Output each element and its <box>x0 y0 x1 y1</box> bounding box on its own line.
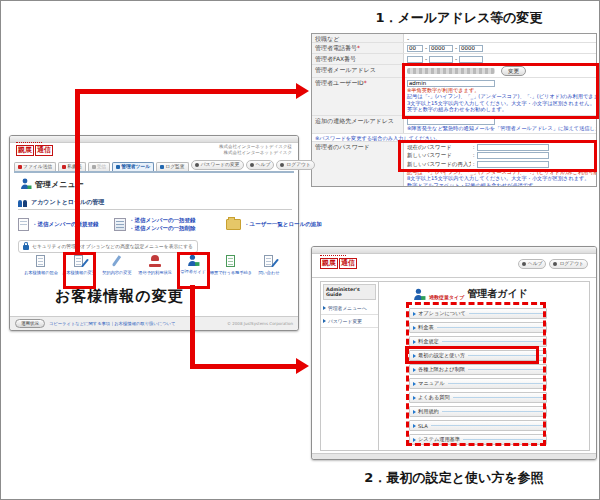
window-titlebar <box>312 247 596 254</box>
shortcut-admin-guide[interactable]: 管理者ガイド <box>174 254 212 275</box>
link-bulk-register[interactable]: ・送信メンバーの一括登録 <box>129 216 196 224</box>
current-password-label: 現在のパスワード <box>407 144 471 151</box>
sidebar-item-admin-menu[interactable]: 管理者メニューへ <box>321 302 378 315</box>
tab-admin-tools[interactable]: 管理者ツール <box>112 162 154 171</box>
password-note-3: 数字とアルファベット・記号の組み合わせが必須です。 <box>407 182 593 187</box>
phone-part2-input[interactable] <box>429 45 453 52</box>
tab-log-audit[interactable]: ログ監査 <box>156 162 188 171</box>
fax-part2-input[interactable] <box>429 56 453 63</box>
fax-part1-input[interactable] <box>407 56 423 63</box>
form-row-extra-contact: 追加の連絡先メールアドレス ※障害発生など緊急時の通知メールを「管理者メールアド… <box>312 116 596 134</box>
fax-part3-input[interactable] <box>459 56 483 63</box>
arrow2-horizontal-line <box>190 364 297 369</box>
people-icon <box>18 199 28 207</box>
form-row-position: 役職など - <box>312 34 596 43</box>
shortcut-customer-info-change[interactable]: お客様情報の変更 <box>60 254 98 275</box>
form-row-password: 管理者のパスワード 現在のパスワード： 新しいパスワード： 新しいパスワードの再… <box>312 142 596 186</box>
box-icon <box>62 165 66 169</box>
guide-sidebar-title: Administer's Guide <box>323 284 376 300</box>
gear-icon <box>116 165 120 169</box>
new-password-label: 新しいパスワード <box>407 152 471 159</box>
document-icon <box>34 254 48 268</box>
header-divider <box>312 277 596 278</box>
link-bulk-delete[interactable]: ・送信メンバーの一括削除 <box>129 224 196 232</box>
sidebar-item-password-change[interactable]: パスワード変更 <box>321 315 378 328</box>
userid-input[interactable] <box>407 80 495 87</box>
guide-item-price-rules[interactable]: 料金規定 <box>409 336 547 347</box>
password-intro-note: ※パスワードを変更する場合のみ入力してください。 <box>312 134 596 142</box>
tab-private-box[interactable]: 私書箱 <box>58 162 85 171</box>
stamp-icon <box>148 254 162 268</box>
lock-icon <box>23 245 29 250</box>
window-titlebar <box>10 136 298 143</box>
confirm-password-label: 新しいパスワードの再入力 <box>407 161 471 168</box>
guide-item-faq[interactable]: よくある質問 <box>409 392 547 403</box>
shortcut-inquiry[interactable]: 問い合わせ <box>250 254 288 275</box>
guide-item-sla[interactable]: SLA <box>409 420 547 431</box>
shortcut-usage-status[interactable]: 通信予約利用状況 <box>136 254 174 275</box>
security-settings-note[interactable]: セキュリティの管理やオプションなどの高度な設定メニューを表示にする <box>18 240 198 253</box>
fax-label: 管理者FAX番号 <box>312 54 404 64</box>
folder-icon <box>226 219 241 230</box>
change-email-button[interactable]: 変更 <box>501 66 526 76</box>
admin-person-icon <box>187 254 200 267</box>
tab-file-send[interactable]: ファイル送信 <box>14 162 56 171</box>
tab-logout[interactable]: ログアウト <box>276 160 315 170</box>
guide-help-button[interactable]: ヘルプ <box>518 259 547 269</box>
extra-contact-note: ※障害発生など緊急時の通知メールを「管理者メールアドレス」に加えて送信します。 <box>407 125 593 132</box>
operation-status-button[interactable]: 運用状況 <box>15 319 45 328</box>
form-row-fax: 管理者FAX番号 - - <box>312 54 596 65</box>
shortcut-customer-info-view[interactable]: お客様情報の照会 <box>22 254 60 275</box>
phone-label: 管理者電話番号 <box>315 44 357 51</box>
shinten-tsushin-logo: 親展通信 <box>16 145 53 156</box>
step2-caption: 2．最初の設定と使い方を参照 <box>323 469 585 487</box>
password-note-2: 8文字以上15文字以内で入力してください。大文字・小文字が区別されます。 <box>407 175 593 182</box>
new-password-input[interactable] <box>477 152 549 159</box>
guide-item-system-standards[interactable]: システム運用基準 <box>409 434 547 445</box>
arrow1-horizontal-line <box>75 89 297 94</box>
guide-item-terms[interactable]: 利用規約 <box>409 406 547 417</box>
log-icon <box>160 165 164 169</box>
company-line-2: 株式会社インターネットディスク <box>219 150 292 156</box>
quill-pen-icon <box>110 254 124 268</box>
guide-sidebar: Administer's Guide 管理者メニューへ パスワード変更 <box>321 282 379 450</box>
customer-info-change-caption: お客様情報の変更 <box>55 287 184 306</box>
logo-tagline-rule <box>16 142 42 143</box>
document-pencil-icon <box>262 254 276 268</box>
main-tabbar: ファイル送信 私書箱 受信 管理者ツール ログ監査 パスワードの変更 ヘルプ ロ… <box>14 158 294 173</box>
position-value: - <box>404 34 596 42</box>
annotated-screenshot-canvas: 1．メールアドレス等の変更 お客様情報の変更 2．最初の設定と使い方を参照 役職… <box>0 0 600 500</box>
form-row-phone: 管理者電話番号* - - <box>312 43 596 54</box>
guide-title: 管理者ガイド <box>467 287 528 301</box>
extra-contact-input[interactable] <box>407 118 495 125</box>
phone-part1-input[interactable] <box>407 45 423 52</box>
tab-receive[interactable]: 受信 <box>88 162 111 171</box>
form-row-email: 管理者メールアドレス 変更 <box>312 65 596 78</box>
shortcut-paper-procedures[interactable]: 帳票で行う各種手続き <box>212 254 250 275</box>
tab-password-change[interactable]: パスワードの変更 <box>191 160 244 170</box>
userid-note-2: 記号は「-」(ハイフン)、「_」(アンダースコア)、「.」(ピリオド)のみ利用で… <box>407 93 593 100</box>
guide-item-price-table[interactable]: 料金表 <box>409 322 547 333</box>
shortcut-contract-change[interactable]: 契約内容の変更 <box>98 254 136 275</box>
link-user-list-roles[interactable]: ・ユーザー一覧とロールの追加 <box>244 220 322 228</box>
guide-item-manual[interactable]: マニュアル <box>409 378 547 389</box>
inbox-icon <box>92 165 96 169</box>
userid-note-4: 英字と数字の組み合わせをお勧めします。 <box>407 106 593 113</box>
current-password-input[interactable] <box>477 144 549 151</box>
guide-item-initial-setup[interactable]: 最初の設定と使い方 <box>409 350 547 361</box>
phone-part3-input[interactable] <box>459 45 483 52</box>
green-document-icon <box>224 254 238 268</box>
guide-item-options[interactable]: オプションについて <box>409 308 547 319</box>
tab-help[interactable]: ヘルプ <box>246 160 275 170</box>
arrow1-vertical-line <box>75 89 80 253</box>
link-register-member[interactable]: ・送信メンバーの新規登録 <box>32 220 99 228</box>
guide-heading: 通数従量タイプ 管理者ガイド <box>413 287 528 301</box>
guide-item-limits[interactable]: 各種上限および制限 <box>409 364 547 375</box>
arrow1-head <box>296 83 309 99</box>
password-label: 管理者のパスワード <box>312 142 404 186</box>
required-mark: * <box>364 79 367 86</box>
admin-guide-window: 親展通信 ヘルプ ログアウト Administer's Guide 管理者メニュ… <box>311 246 597 460</box>
guide-logout-button[interactable]: ログアウト <box>549 259 588 269</box>
footer-links[interactable]: コピーライトなどに関する事項｜お客様情報の取り扱いについて <box>49 321 175 326</box>
confirm-password-input[interactable] <box>477 161 549 168</box>
